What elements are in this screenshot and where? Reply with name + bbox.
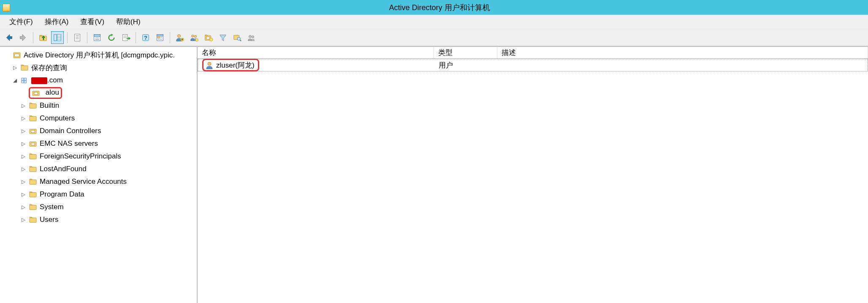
expander-icon[interactable]: ▷ [20, 217, 26, 223]
menu-action[interactable]: 操作(A) [39, 15, 75, 28]
folder-icon [29, 114, 37, 123]
ou-icon [32, 89, 40, 97]
tree-panel[interactable]: ▶ Active Directory 用户和计算机 [dcmgmpdc.ypic… [0, 47, 198, 303]
expander-icon[interactable]: ▷ [20, 191, 26, 197]
svg-rect-31 [206, 37, 210, 39]
up-folder-icon [38, 33, 48, 42]
toolbar-separator [170, 32, 170, 43]
tree-users[interactable]: ▷ Users [0, 213, 197, 226]
expander-icon[interactable]: ▷ [20, 103, 26, 109]
expander-icon[interactable]: ▷ [20, 128, 26, 134]
folder-icon [29, 203, 37, 211]
tree-managed-service-accounts[interactable]: ▷ Managed Service Accounts [0, 175, 197, 188]
tree-root-label: Active Directory 用户和计算机 [dcmgmpdc.ypic. [24, 50, 175, 60]
tree-node-label: Domain Controllers [40, 127, 101, 135]
tree-system[interactable]: ▷ System [0, 201, 197, 213]
svg-point-34 [237, 37, 240, 40]
list-panel: 名称 类型 描述 zluser(阿龙) 用户 [198, 47, 868, 303]
forward-button[interactable] [17, 31, 30, 44]
tree-saved-queries[interactable]: ▷ 保存的查询 [0, 61, 197, 74]
folder-icon [29, 101, 37, 110]
cell-name: zluser(阿龙) [198, 59, 434, 71]
expander-icon[interactable]: ▷ [12, 65, 18, 71]
new-ou-button[interactable] [202, 31, 215, 44]
svg-point-24 [178, 34, 181, 37]
svg-rect-40 [21, 66, 28, 71]
show-hide-tree-button[interactable] [51, 31, 64, 44]
export-list-icon [121, 33, 130, 42]
filter-button[interactable] [217, 31, 229, 44]
tree-ou-alou[interactable]: ▷ alou [0, 87, 197, 99]
domain-icon [20, 76, 29, 85]
toolbar: ? ★ [0, 29, 868, 46]
expander-icon[interactable]: ▷ [20, 115, 26, 121]
svg-rect-50 [31, 130, 35, 132]
tree-computers[interactable]: ▷ Computers [0, 112, 197, 125]
toolbar-separator [67, 32, 68, 43]
properties-sheet-button[interactable] [91, 31, 103, 44]
folder-icon [29, 177, 37, 186]
svg-rect-11 [94, 34, 100, 36]
properties-icon [155, 33, 165, 42]
menu-view[interactable]: 查看(V) [74, 15, 110, 28]
properties-button[interactable] [154, 31, 166, 44]
help-icon: ? [141, 33, 150, 42]
svg-point-29 [195, 38, 198, 41]
expander-icon[interactable]: ▷ [20, 179, 26, 185]
properties-list-button[interactable] [71, 31, 84, 44]
svg-rect-55 [30, 180, 36, 185]
svg-rect-47 [30, 104, 36, 109]
new-group-button[interactable] [188, 31, 201, 44]
tree-program-data[interactable]: ▷ Program Data [0, 188, 197, 201]
filter-icon [218, 33, 228, 42]
ou-icon [29, 139, 37, 148]
menu-help[interactable]: 帮助(H) [110, 15, 146, 28]
menu-file[interactable]: 文件(F) [3, 15, 39, 28]
back-arrow-icon [4, 33, 14, 42]
list-row[interactable]: zluser(阿龙) 用户 [198, 59, 868, 71]
tree-builtin[interactable]: ▷ Builtin [0, 99, 197, 112]
new-group-icon [190, 33, 199, 42]
svg-point-36 [249, 35, 252, 38]
svg-rect-43 [22, 81, 24, 83]
find-button[interactable] [231, 31, 244, 44]
new-user-button[interactable]: ★ [174, 31, 186, 44]
folder-icon [29, 165, 37, 173]
svg-rect-39 [15, 54, 19, 57]
expander-icon[interactable]: ▷ [20, 153, 26, 159]
tree-domain[interactable]: ◢ .com [0, 74, 197, 87]
export-list-button[interactable] [119, 31, 132, 44]
svg-rect-57 [30, 205, 36, 210]
expander-icon[interactable]: ▷ [20, 166, 26, 172]
column-header-name[interactable]: 名称 [198, 47, 434, 58]
window-title: Active Directory 用户和计算机 [14, 3, 865, 13]
svg-rect-1 [54, 34, 57, 41]
tree-root[interactable]: ▶ Active Directory 用户和计算机 [dcmgmpdc.ypic… [0, 49, 197, 61]
up-level-button[interactable] [37, 31, 49, 44]
main-area: ▶ Active Directory 用户和计算机 [dcmgmpdc.ypic… [0, 46, 868, 303]
properties-list-icon [73, 33, 82, 42]
tree-emc-nas[interactable]: ▷ EMC NAS servers [0, 137, 197, 150]
refresh-button[interactable] [105, 31, 118, 44]
cell-desc [498, 59, 868, 71]
cell-name-text: zluser(阿龙) [216, 60, 255, 70]
back-button[interactable] [3, 31, 15, 44]
svg-text:★: ★ [181, 38, 184, 41]
expander-icon[interactable]: ◢ [12, 77, 18, 83]
tree-domain-controllers[interactable]: ▷ Domain Controllers [0, 125, 197, 137]
expander-icon[interactable]: ▷ [20, 141, 26, 147]
add-to-group-button[interactable] [245, 31, 258, 44]
folder-icon [29, 216, 37, 224]
tree-node-label: .com [31, 76, 63, 85]
help-button[interactable]: ? [139, 31, 152, 44]
tree-foreign-security-principals[interactable]: ▷ ForeignSecurityPrincipals [0, 150, 197, 163]
svg-line-35 [240, 40, 241, 41]
folder-icon [20, 63, 29, 72]
tree-lost-and-found[interactable]: ▷ LostAndFound [0, 163, 197, 175]
column-header-type[interactable]: 类型 [434, 47, 497, 58]
expander-icon[interactable]: ▷ [20, 204, 26, 210]
column-header-desc[interactable]: 描述 [497, 47, 868, 58]
list-body[interactable]: zluser(阿龙) 用户 [198, 59, 868, 303]
svg-rect-48 [30, 117, 36, 121]
titlebar: Active Directory 用户和计算机 [0, 0, 868, 15]
